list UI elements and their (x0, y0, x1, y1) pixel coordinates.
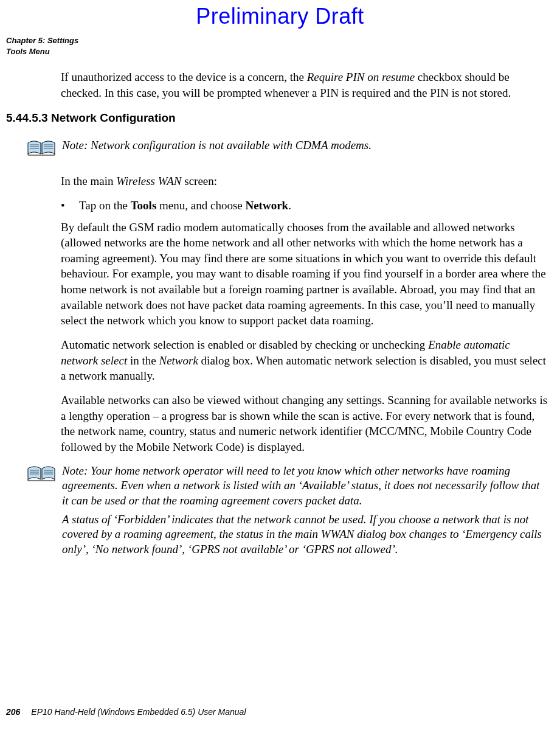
note-label: Note: (62, 464, 88, 477)
note-1-text: Note: Network configuration is not avail… (62, 138, 372, 157)
text-fragment: menu, and choose (156, 199, 245, 212)
text-fragment: . (288, 199, 291, 212)
emphasis-text: Network (159, 354, 198, 367)
bullet-mark: • (61, 198, 79, 214)
text-fragment: in the (127, 354, 159, 367)
note-2-p2: A status of ‘Forbidden’ indicates that t… (62, 512, 542, 557)
header-chapter: Chapter 5: Settings (6, 35, 78, 46)
emphasis-text: Wireless WAN (116, 175, 181, 187)
bullet-text: Tap on the Tools menu, and choose Networ… (79, 198, 291, 214)
paragraph-2: In the main Wireless WAN screen: (61, 173, 548, 189)
bullet-item-1: • Tap on the Tools menu, and choose Netw… (61, 198, 548, 214)
header-section: Tools Menu (6, 46, 78, 57)
bold-text: Tools (131, 199, 157, 212)
note-2-text: Note: Your home network operator will ne… (62, 464, 542, 561)
note-label: Note: (62, 139, 88, 152)
page-footer: 206EP10 Hand-Held (Windows Embedded 6.5)… (6, 707, 246, 717)
bold-text: Network (245, 199, 288, 212)
paragraph-3: By default the GSM radio modem automatic… (61, 220, 548, 329)
text-fragment: Your home network operator will need to … (62, 464, 540, 507)
book-icon (27, 465, 56, 484)
text-fragment: Automatic network selection is enabled o… (61, 338, 428, 351)
watermark-text: Preliminary Draft (0, 4, 560, 29)
note-block-1: Note: Network configuration is not avail… (27, 138, 548, 159)
section-heading: 5.44.5.3 Network Configuration (6, 111, 548, 125)
intro-paragraph: If unauthorized access to the device is … (61, 69, 548, 100)
text-fragment: If unauthorized access to the device is … (61, 71, 307, 83)
text-fragment: In the main (61, 175, 116, 187)
book-icon (27, 139, 56, 159)
page-content: If unauthorized access to the device is … (6, 69, 548, 576)
note-block-2: Note: Your home network operator will ne… (27, 464, 548, 561)
footer-title: EP10 Hand-Held (Windows Embedded 6.5) Us… (31, 707, 246, 717)
paragraph-4: Automatic network selection is enabled o… (61, 337, 548, 384)
page-number: 206 (6, 707, 20, 717)
text-fragment: Tap on the (79, 199, 131, 212)
text-fragment: screen: (182, 175, 218, 187)
text-fragment: Network configuration is not available w… (88, 139, 372, 152)
emphasis-text: Require PIN on resume (307, 71, 415, 83)
paragraph-5: Available networks can also be viewed wi… (61, 392, 548, 455)
page-header: Chapter 5: Settings Tools Menu (6, 35, 78, 57)
